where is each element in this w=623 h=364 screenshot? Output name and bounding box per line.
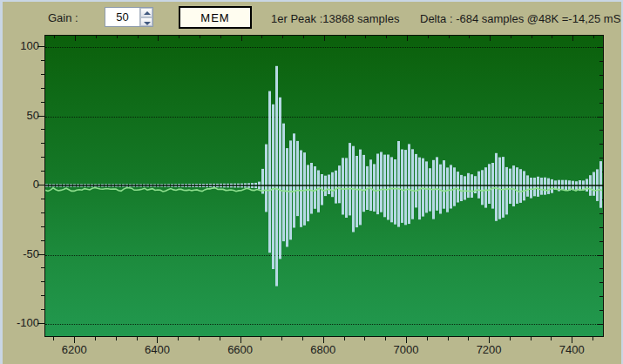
down-arrow-icon [144, 22, 151, 25]
y-axis-tick [37, 46, 44, 47]
x-tick-label: 6800 [302, 343, 344, 356]
x-axis-tick [220, 337, 220, 340]
x-axis-tick [157, 337, 158, 343]
x-axis-tick [137, 337, 138, 340]
x-axis-tick [448, 337, 449, 340]
x-axis-tick [551, 337, 552, 340]
y-tick-label: -50 [4, 247, 39, 260]
x-axis-tick [593, 337, 593, 340]
x-axis-tick [385, 337, 386, 340]
gain-spin-buttons [139, 8, 152, 26]
x-tick-label: 7400 [551, 343, 593, 356]
waveform-canvas [45, 36, 603, 336]
y-axis-tick [41, 171, 44, 172]
gain-spinbox[interactable] [105, 7, 153, 27]
y-axis-tick [41, 88, 44, 89]
x-axis-tick [364, 337, 365, 340]
y-axis-tick [41, 102, 44, 103]
y-tick-label: 100 [4, 39, 39, 52]
x-axis-tick [489, 337, 490, 343]
y-axis-tick [41, 267, 44, 268]
y-tick-label: -100 [4, 316, 39, 329]
y-axis-tick [41, 143, 44, 144]
up-arrow-icon [144, 11, 151, 15]
waveform-plot[interactable] [44, 35, 604, 337]
y-axis-tick [37, 254, 44, 255]
x-axis-tick [281, 337, 282, 340]
gain-label: Gain : [48, 11, 78, 24]
y-axis-tick [37, 116, 44, 117]
x-axis-tick [510, 337, 511, 340]
spin-down-button[interactable] [140, 17, 152, 27]
y-tick-label: 0 [4, 178, 39, 191]
y-axis-tick [41, 60, 44, 61]
waveform-analyzer-window: Gain : MEM 1er Peak :13868 samples Delta… [0, 0, 623, 364]
x-axis-tick [178, 337, 179, 340]
toolbar: Gain : MEM 1er Peak :13868 samples Delta… [3, 2, 621, 35]
y-axis-tick [41, 129, 44, 130]
x-axis-tick [406, 337, 407, 343]
x-axis-tick [74, 337, 75, 343]
x-axis-tick [261, 337, 261, 340]
y-axis-tick [41, 240, 44, 241]
x-tick-label: 6600 [220, 343, 261, 356]
first-peak-readout: 1er Peak :13868 samples [271, 12, 399, 25]
x-axis-tick [53, 337, 54, 340]
x-axis-tick [572, 337, 572, 343]
mem-button[interactable]: MEM [179, 6, 252, 29]
y-axis-tick [41, 199, 44, 199]
x-axis-tick [323, 337, 324, 343]
x-tick-label: 7000 [385, 343, 427, 356]
gain-input[interactable] [105, 8, 139, 26]
spin-up-button[interactable] [140, 8, 152, 17]
y-axis-tick [37, 323, 44, 324]
y-axis-tick [41, 281, 44, 282]
y-axis-tick [41, 226, 44, 227]
x-axis-tick [427, 337, 428, 340]
x-axis-tick [531, 337, 532, 340]
y-axis-tick [41, 157, 44, 158]
x-tick-label: 7200 [468, 343, 510, 356]
x-tick-label: 6400 [136, 343, 178, 356]
y-axis-tick [37, 185, 44, 185]
y-axis-tick [41, 295, 44, 296]
x-axis-tick [344, 337, 345, 340]
x-axis-tick [116, 337, 117, 340]
y-axis-tick [41, 212, 44, 213]
delta-readout: Delta : -684 samples @48K =-14,25 mS [420, 12, 620, 25]
y-axis-tick [41, 74, 44, 75]
x-axis-tick [199, 337, 200, 340]
y-tick-label: 50 [4, 109, 39, 122]
x-axis-tick [95, 337, 96, 340]
x-axis-tick [302, 337, 303, 340]
y-axis-tick [41, 309, 44, 310]
x-axis-tick [468, 337, 469, 340]
x-axis-tick [240, 337, 241, 343]
x-tick-label: 6200 [53, 343, 95, 356]
